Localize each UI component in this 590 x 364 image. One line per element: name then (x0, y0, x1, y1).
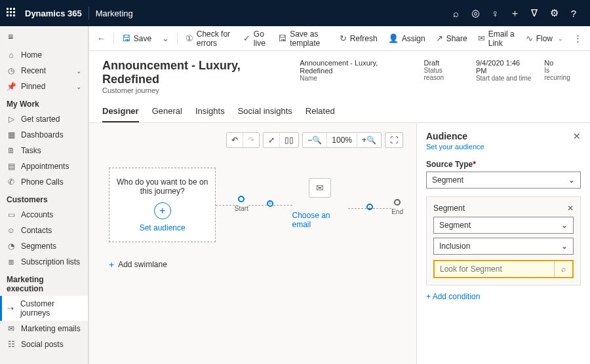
nav-item-segments[interactable]: ◔Segments (0, 238, 88, 254)
segment-search[interactable]: ⌕ (433, 260, 574, 278)
assign-button[interactable]: 👤Assign (384, 31, 429, 46)
check-errors-button[interactable]: ①Check for errors (182, 27, 237, 50)
chevron-down-icon: ⌄ (568, 175, 575, 185)
nav-section-header: Customers (0, 190, 88, 207)
nav-item-contacts[interactable]: ☺Contacts (0, 223, 88, 238)
save-button[interactable]: 🖫Save (118, 31, 155, 46)
redo-button[interactable]: ↷ (243, 133, 259, 147)
header-meta-field: NoIs recurring (544, 59, 577, 94)
nav-item-customer-journeys[interactable]: ⇢Customer journeys (0, 296, 88, 321)
nav-icon: ▦ (7, 130, 16, 139)
nav-icon: 📌 (7, 82, 16, 91)
tab-insights[interactable]: Insights (195, 101, 225, 122)
inclusion-select[interactable]: Inclusion⌄ (433, 238, 574, 255)
tab-related[interactable]: Related (305, 101, 335, 122)
add-condition-link[interactable]: + Add condition (426, 292, 581, 301)
brand-name: Dynamics 365 (25, 9, 82, 18)
add-node-2[interactable]: + (366, 204, 373, 210)
page-title: Announcement - Luxury, Redefined (102, 59, 300, 86)
segment-search-input[interactable] (435, 261, 554, 277)
panel-hint-link[interactable]: Set your audience (426, 143, 581, 151)
remove-segment-icon[interactable]: ✕ (567, 204, 574, 213)
save-template-button[interactable]: 🖫Save as template (274, 27, 332, 50)
share-button[interactable]: ↗Share (432, 31, 471, 46)
nav-item-tasks[interactable]: 🗎Tasks (0, 143, 88, 158)
zoom-in-button[interactable]: +🔍 (357, 133, 381, 147)
nav-item-recent[interactable]: ◷Recent⌄ (0, 63, 88, 79)
app-module-name[interactable]: Marketing (96, 9, 133, 18)
main-area: ← 🖫Save ⌄ ①Check for errors ✓Go live 🖫Sa… (88, 26, 590, 364)
nav-item-phone-calls[interactable]: ✆Phone Calls (0, 174, 88, 190)
canvas-toolbar: ↶ ↷ ⤢ ▯▯ −🔍 100% +🔍 ⛶ (102, 132, 403, 148)
email-link-button[interactable]: ✉Email a Link (474, 27, 519, 50)
email-node[interactable]: ✉ (309, 178, 331, 198)
header-meta-field: Announcement - Luxury, RedefinedName (300, 59, 412, 94)
designer-canvas: ↶ ↷ ⤢ ▯▯ −🔍 100% +🔍 ⛶ (89, 123, 416, 364)
nav-item-social-posts[interactable]: ☷Social posts (0, 337, 88, 352)
add-swimlane-button[interactable]: + Add swimlane (109, 259, 403, 270)
tab-general[interactable]: General (152, 101, 182, 122)
close-panel-icon[interactable]: ✕ (573, 131, 581, 141)
nav-item-accounts[interactable]: ▭Accounts (0, 207, 88, 223)
save-dropdown[interactable]: ⌄ (158, 31, 173, 46)
nav-section-header: My Work (0, 94, 88, 111)
go-live-button[interactable]: ✓Go live (239, 27, 271, 50)
chevron-down-icon: ⌄ (76, 83, 81, 90)
segment-select[interactable]: Segment⌄ (433, 217, 574, 234)
audience-tile[interactable]: Who do you want to be on this journey? +… (109, 168, 216, 242)
nav-item-dashboards[interactable]: ▦Dashboards (0, 127, 88, 143)
nav-item-marketing-emails[interactable]: ✉Marketing emails (0, 321, 88, 337)
end-node: End (391, 199, 403, 215)
nav-icon: ▤ (7, 162, 16, 171)
app-launcher-icon[interactable] (7, 8, 17, 18)
refresh-button[interactable]: ↻Refresh (336, 31, 382, 46)
add-node-1[interactable]: + (267, 200, 273, 207)
source-type-select[interactable]: Segment⌄ (426, 172, 581, 189)
map-button[interactable]: ▯▯ (280, 133, 298, 147)
chevron-down-icon: ⌄ (76, 67, 81, 75)
assistant-icon[interactable]: ♀ (485, 8, 505, 19)
form-tabs: DesignerGeneralInsightsSocial insightsRe… (89, 101, 590, 123)
nav-icon: ≣ (7, 257, 16, 266)
add-icon[interactable]: ＋ (505, 7, 524, 20)
flow-button[interactable]: ∿Flow⌄ (522, 31, 567, 46)
global-header: Dynamics 365 Marketing ⌕ ◎ ♀ ＋ ∇ ⚙ ? (0, 0, 590, 26)
entity-name: Customer journey (102, 86, 300, 94)
nav-item-get-started[interactable]: ▷Get started (0, 111, 88, 127)
nav-icon: ⇢ (7, 304, 15, 313)
record-header: Announcement - Luxury, Redefined Custome… (89, 51, 590, 94)
nav-icon: 🗎 (7, 146, 16, 155)
nav-icon: ✉ (7, 324, 16, 333)
nav-item-appointments[interactable]: ▤Appointments (0, 158, 88, 174)
filter-icon[interactable]: ∇ (524, 7, 544, 19)
zoom-out-button[interactable]: −🔍 (303, 133, 327, 147)
fit-button[interactable]: ⤢ (264, 133, 280, 147)
nav-icon: ◷ (7, 66, 16, 75)
back-button[interactable]: ← (93, 31, 109, 46)
hamburger-icon[interactable]: ≡ (0, 26, 88, 47)
more-commands[interactable]: ⋮ (570, 31, 586, 46)
settings-icon[interactable]: ⚙ (544, 7, 564, 19)
choose-email-link[interactable]: Choose an email (292, 211, 348, 229)
add-audience-icon[interactable]: + (154, 202, 171, 219)
command-bar: ← 🖫Save ⌄ ①Check for errors ✓Go live 🖫Sa… (89, 26, 590, 51)
chevron-down-icon: ⌄ (561, 221, 568, 230)
nav-item-subscription-lists[interactable]: ≣Subscription lists (0, 254, 88, 270)
search-icon[interactable]: ⌕ (554, 261, 572, 277)
set-audience-link[interactable]: Set audience (116, 223, 208, 232)
divider (88, 7, 89, 20)
task-icon[interactable]: ◎ (465, 7, 485, 19)
undo-button[interactable]: ↶ (227, 133, 243, 147)
header-meta-field: 9/4/2020 1:46 PMStart date and time (476, 59, 532, 94)
nav-section-header: Marketing execution (0, 270, 88, 296)
search-icon[interactable]: ⌕ (446, 8, 465, 19)
nav-item-home[interactable]: ⌂Home (0, 47, 88, 63)
audience-prompt: Who do you want to be on this journey? (116, 177, 208, 196)
fullscreen-button[interactable]: ⛶ (385, 133, 403, 147)
nav-item-pinned[interactable]: 📌Pinned⌄ (0, 79, 88, 94)
help-icon[interactable]: ? (564, 8, 583, 19)
tab-social-insights[interactable]: Social insights (238, 101, 292, 122)
tab-designer[interactable]: Designer (102, 101, 139, 122)
segment-group: Segment ✕ Segment⌄ Inclusion⌄ ⌕ (426, 196, 581, 285)
panel-title: Audience (426, 131, 467, 141)
